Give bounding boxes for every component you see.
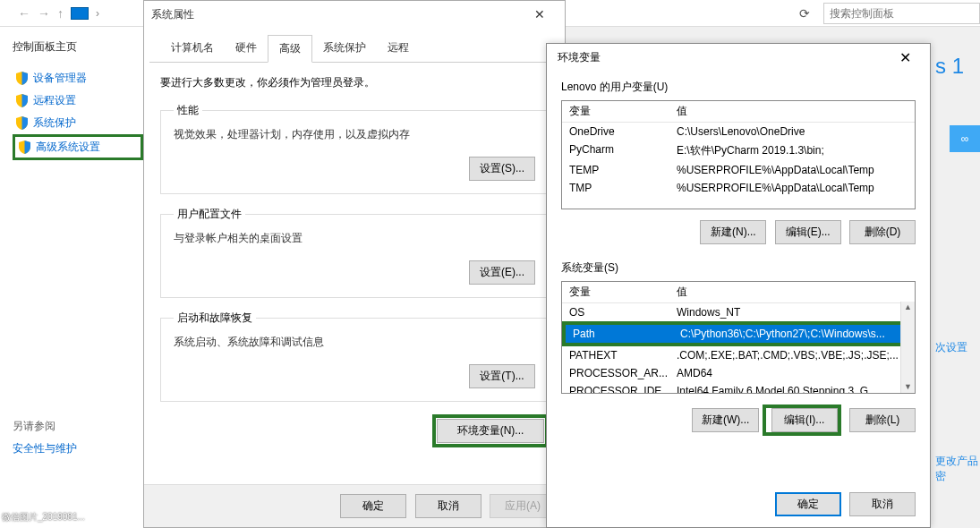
- table-row[interactable]: TMP%USERPROFILE%\AppData\Local\Temp: [562, 179, 915, 197]
- highlight-box: 编辑(I)...: [763, 405, 841, 436]
- profiles-desc: 与登录帐户相关的桌面设置: [174, 231, 535, 246]
- ok-button[interactable]: 确定: [775, 492, 841, 516]
- titlebar: 环境变量 ✕: [547, 44, 930, 71]
- scrollbar[interactable]: ▲ ▼: [900, 302, 915, 393]
- user-new-button[interactable]: 新建(N)...: [700, 220, 766, 244]
- profiles-group: 用户配置文件 与登录帐户相关的桌面设置 设置(E)...: [160, 207, 549, 298]
- see-also: 另请参阅 安全性与维护: [13, 419, 77, 456]
- dialog-footer: 确定 取消: [547, 481, 930, 527]
- desktop-file-label[interactable]: 微信图片_2019081...: [2, 512, 85, 523]
- scroll-up-icon[interactable]: ▲: [904, 303, 912, 311]
- shield-icon: [16, 72, 28, 85]
- user-vars-buttons: 新建(N)... 编辑(E)... 删除(D): [547, 213, 930, 251]
- startup-desc: 系统启动、系统故障和调试信息: [174, 335, 535, 350]
- startup-group: 启动和故障恢复 系统启动、系统故障和调试信息 设置(T)...: [160, 311, 549, 402]
- highlight-box: PathC:\Python36\;C:\Python27\;C:\Windows…: [562, 321, 915, 346]
- performance-settings-button[interactable]: 设置(S)...: [469, 157, 535, 181]
- table-row-path[interactable]: PathC:\Python36\;C:\Python27\;C:\Windows…: [566, 325, 911, 343]
- user-delete-button[interactable]: 删除(D): [849, 220, 916, 244]
- tab-hardware[interactable]: 硬件: [225, 35, 268, 62]
- table-row[interactable]: PROCESSOR_AR...AMD64: [562, 364, 915, 382]
- col-value[interactable]: 值: [669, 282, 915, 302]
- environment-variables-button[interactable]: 环境变量(N)...: [437, 419, 544, 443]
- shield-icon: [16, 94, 28, 107]
- dialog-title: 系统属性: [151, 7, 522, 22]
- dialog-title: 环境变量: [558, 50, 887, 65]
- user-vars-label: Lenovo 的用户变量(U): [561, 80, 916, 95]
- monitor-icon: [71, 7, 89, 20]
- performance-desc: 视觉效果，处理器计划，内存使用，以及虚拟内存: [174, 127, 535, 142]
- col-value[interactable]: 值: [669, 101, 915, 122]
- sidebar-item-advanced[interactable]: 高级系统设置: [17, 138, 139, 157]
- sidebar-item-label: 设备管理器: [33, 71, 87, 86]
- system-new-button[interactable]: 新建(W)...: [692, 408, 759, 432]
- forward-arrow-icon[interactable]: →: [38, 6, 50, 21]
- bg-link[interactable]: 次设置: [935, 340, 980, 355]
- bg-badge-icon: ∞: [950, 125, 980, 152]
- shield-icon: [16, 116, 28, 130]
- sidebar-item-protection[interactable]: 系统保护: [13, 112, 143, 134]
- ok-button[interactable]: 确定: [340, 494, 406, 518]
- system-vars-buttons: 新建(W)... 编辑(I)... 删除(L): [547, 397, 930, 443]
- list-header: 变量 值: [562, 282, 915, 303]
- nav-arrows: ← → ↑ ›: [18, 6, 99, 21]
- sidebar-item-label: 系统保护: [33, 115, 76, 131]
- table-row[interactable]: PyCharmE:\软件\PyCharm 2019.1.3\bin;: [562, 141, 915, 161]
- system-properties-dialog: 系统属性 ✕ 计算机名 硬件 高级 系统保护 远程 要进行大多数更改，你必须作为…: [143, 0, 566, 528]
- sidebar-title[interactable]: 控制面板主页: [13, 39, 143, 55]
- system-delete-button[interactable]: 删除(L): [849, 408, 916, 432]
- refresh-icon[interactable]: ⟳: [799, 6, 810, 21]
- see-also-link[interactable]: 安全性与维护: [13, 441, 77, 456]
- user-vars-section: Lenovo 的用户变量(U) 变量 值 OneDriveC:\Users\Le…: [547, 71, 930, 213]
- performance-legend: 性能: [174, 103, 202, 118]
- system-vars-label: 系统变量(S): [561, 260, 916, 276]
- close-icon[interactable]: ✕: [887, 49, 923, 66]
- admin-hint: 要进行大多数更改，你必须作为管理员登录。: [160, 75, 549, 90]
- control-panel-sidebar: 控制面板主页 设备管理器 远程设置 系统保护 高级系统设置 另请参阅 安全性与维…: [0, 27, 143, 528]
- tab-computer-name[interactable]: 计算机名: [160, 35, 225, 62]
- performance-group: 性能 视觉效果，处理器计划，内存使用，以及虚拟内存 设置(S)...: [160, 103, 549, 194]
- table-row[interactable]: OSWindows_NT: [562, 303, 915, 321]
- table-row[interactable]: PROCESSOR_IDE...Intel64 Family 6 Model 6…: [562, 382, 915, 394]
- startup-legend: 启动和故障恢复: [174, 311, 256, 326]
- sidebar-item-remote[interactable]: 远程设置: [13, 89, 143, 112]
- user-edit-button[interactable]: 编辑(E)...: [775, 220, 841, 244]
- profiles-legend: 用户配置文件: [174, 207, 245, 222]
- highlight-box: 环境变量(N)...: [432, 414, 549, 447]
- close-icon[interactable]: ✕: [522, 7, 558, 21]
- shield-icon: [19, 141, 30, 154]
- sidebar-item-device-manager[interactable]: 设备管理器: [13, 67, 143, 89]
- dialog-body: 要进行大多数更改，你必须作为管理员登录。 性能 视觉效果，处理器计划，内存使用，…: [144, 63, 565, 460]
- see-also-title: 另请参阅: [13, 419, 77, 434]
- sidebar-item-label: 高级系统设置: [36, 140, 100, 155]
- system-vars-section: 系统变量(S) 变量 值 OSWindows_NT PathC:\Python3…: [547, 251, 930, 397]
- col-variable[interactable]: 变量: [562, 101, 669, 122]
- startup-settings-button[interactable]: 设置(T)...: [469, 364, 535, 388]
- sidebar-item-label: 远程设置: [33, 93, 76, 108]
- scroll-down-icon[interactable]: ▼: [904, 383, 912, 391]
- tab-strip: 计算机名 硬件 高级 系统保护 远程: [149, 28, 559, 63]
- bg-partial-text2: 次设置 更改产品密: [935, 340, 980, 484]
- profiles-settings-button[interactable]: 设置(E)...: [469, 260, 535, 285]
- table-row[interactable]: TEMP%USERPROFILE%\AppData\Local\Temp: [562, 161, 915, 179]
- system-vars-list[interactable]: 变量 值 OSWindows_NT PathC:\Python36\;C:\Py…: [561, 281, 916, 394]
- titlebar: 系统属性 ✕: [144, 1, 565, 28]
- search-input[interactable]: [823, 3, 980, 24]
- cancel-button[interactable]: 取消: [849, 492, 916, 516]
- bg-partial-text: s 1: [935, 54, 980, 79]
- table-row[interactable]: PATHEXT.COM;.EXE;.BAT;.CMD;.VBS;.VBE;.JS…: [562, 346, 915, 364]
- back-arrow-icon[interactable]: ←: [18, 6, 30, 21]
- highlight-box: 高级系统设置: [13, 134, 143, 160]
- system-edit-button[interactable]: 编辑(I)...: [771, 408, 838, 432]
- tab-protection[interactable]: 系统保护: [312, 35, 377, 62]
- dialog-footer: 确定 取消 应用(A): [144, 484, 565, 527]
- up-arrow-icon[interactable]: ↑: [57, 6, 64, 21]
- tab-remote[interactable]: 远程: [377, 35, 420, 62]
- user-vars-list[interactable]: 变量 值 OneDriveC:\Users\Lenovo\OneDrive Py…: [561, 100, 916, 209]
- tab-advanced[interactable]: 高级: [268, 35, 312, 63]
- table-row[interactable]: OneDriveC:\Users\Lenovo\OneDrive: [562, 123, 915, 141]
- cancel-button[interactable]: 取消: [415, 494, 481, 518]
- bg-link[interactable]: 更改产品密: [935, 454, 980, 484]
- col-variable[interactable]: 变量: [562, 282, 669, 302]
- environment-variables-dialog: 环境变量 ✕ Lenovo 的用户变量(U) 变量 值 OneDriveC:\U…: [546, 43, 931, 528]
